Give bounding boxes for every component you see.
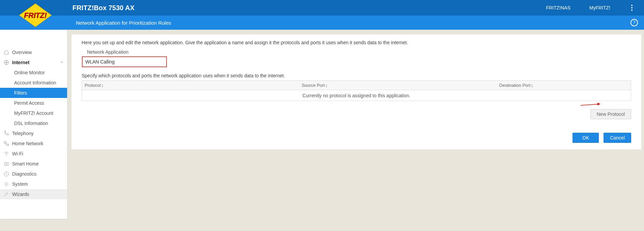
- nav-permit-access[interactable]: Permit Access: [0, 98, 67, 108]
- note-text: Specify which protocols and ports the ne…: [82, 73, 631, 78]
- network-application-input[interactable]: [82, 57, 167, 67]
- nav-label: Telephony: [12, 131, 34, 136]
- phone-icon: [3, 130, 9, 136]
- nav-account-info[interactable]: Account Information: [0, 78, 67, 88]
- globe-icon: [3, 59, 9, 66]
- intro-text: Here you set up and edit the network app…: [82, 40, 631, 45]
- link-myfritz[interactable]: MyFRITZ!: [589, 5, 610, 10]
- fritz-logo: FRITZ!: [0, 0, 71, 30]
- svg-point-7: [6, 163, 7, 165]
- sort-icon: [531, 84, 533, 88]
- chevron-up-icon: [60, 60, 64, 65]
- camera-icon: [3, 161, 9, 167]
- ok-button[interactable]: OK: [573, 133, 599, 143]
- nav-label: System: [12, 181, 28, 187]
- network-icon: [3, 140, 9, 147]
- new-protocol-button[interactable]: New Protocol: [590, 109, 631, 119]
- nav-system[interactable]: System: [0, 179, 67, 189]
- sort-icon: [325, 84, 327, 88]
- nav-diagnostics[interactable]: Diagnostics: [0, 169, 67, 179]
- nav-label: Diagnostics: [12, 171, 36, 177]
- nav-overview[interactable]: Overview: [0, 47, 67, 57]
- nav-home-network[interactable]: Home Network: [0, 138, 67, 149]
- nav-dsl-info[interactable]: DSL Information: [0, 118, 67, 128]
- svg-marker-11: [597, 103, 600, 105]
- nav-filters[interactable]: Filters: [0, 88, 67, 98]
- wifi-icon: [3, 151, 9, 157]
- svg-rect-6: [4, 162, 8, 165]
- diagnostics-icon: [3, 171, 9, 177]
- sidebar: Overview Internet Online Monitor Account…: [0, 30, 67, 219]
- product-title: FRITZ!Box 7530 AX: [72, 4, 135, 12]
- nav-label: Overview: [12, 50, 32, 55]
- annotation-arrow-icon: [581, 101, 604, 108]
- link-fritznas[interactable]: FRITZ!NAS: [546, 5, 570, 10]
- protocol-table: Protocol Source Port Destination Port Cu…: [82, 80, 631, 101]
- wand-icon: [3, 191, 9, 197]
- svg-point-5: [6, 155, 7, 156]
- page-title: Network Application for Prioritization R…: [76, 20, 171, 26]
- svg-line-10: [581, 104, 600, 105]
- help-icon[interactable]: ?: [631, 19, 638, 26]
- nav-label: Wi-Fi: [12, 151, 23, 156]
- nav-label: Wizards: [12, 191, 29, 197]
- nav-label: Home Network: [12, 141, 43, 146]
- nav-wizards[interactable]: Wizards: [0, 189, 67, 199]
- nav-smart-home[interactable]: Smart Home: [0, 159, 67, 169]
- column-destination-port[interactable]: Destination Port: [402, 81, 631, 90]
- sort-icon: [101, 84, 104, 88]
- svg-rect-4: [7, 144, 9, 146]
- main-panel: Here you set up and edit the network app…: [71, 34, 641, 150]
- gear-icon: [3, 181, 9, 187]
- column-source-port[interactable]: Source Port: [228, 81, 402, 90]
- table-empty-row: Currently no protocol is assigned to thi…: [82, 90, 631, 101]
- sub-bar: Network Application for Prioritization R…: [0, 16, 644, 30]
- svg-rect-3: [4, 142, 6, 143]
- more-menu-icon[interactable]: [629, 3, 635, 13]
- nav-myfritz-account[interactable]: MyFRITZ! Account: [0, 108, 67, 118]
- nav-telephony[interactable]: Telephony: [0, 128, 67, 138]
- house-icon: [3, 49, 9, 55]
- nav-label: Smart Home: [12, 161, 39, 166]
- column-protocol[interactable]: Protocol: [82, 81, 228, 90]
- cancel-button[interactable]: Cancel: [604, 133, 631, 143]
- nav-internet[interactable]: Internet: [0, 57, 67, 68]
- nav-wifi[interactable]: Wi-Fi: [0, 149, 67, 159]
- nav-online-monitor[interactable]: Online Monitor: [0, 68, 67, 78]
- content-area: Here you set up and edit the network app…: [67, 30, 644, 219]
- svg-point-9: [6, 183, 7, 185]
- svg-text:FRITZ!: FRITZ!: [24, 11, 47, 20]
- nav-label: Internet: [12, 60, 29, 65]
- field-label: Network Application: [87, 49, 631, 55]
- top-bar: FRITZ! FRITZ!Box 7530 AX FRITZ!NAS MyFRI…: [0, 0, 644, 16]
